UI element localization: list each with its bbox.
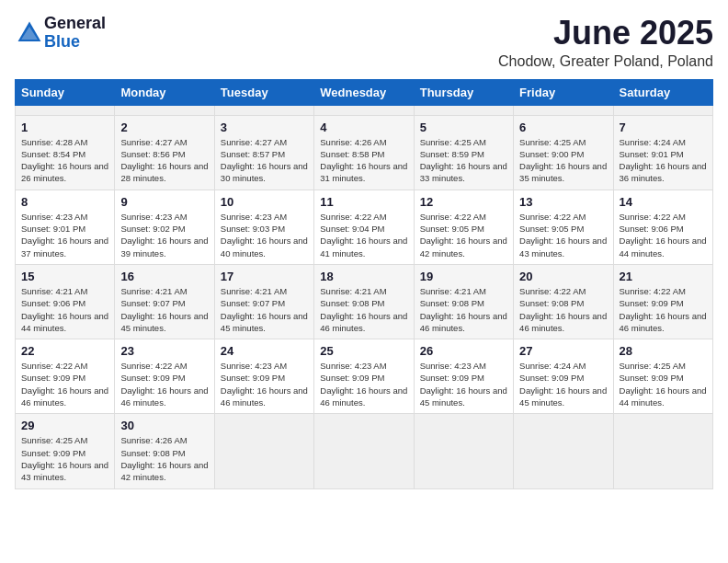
day-detail: Sunrise: 4:23 AMSunset: 9:03 PMDaylight:…: [221, 211, 308, 259]
calendar-day-cell: 30Sunrise: 4:26 AMSunset: 9:08 PMDayligh…: [115, 414, 214, 488]
calendar-day-cell: [214, 414, 313, 488]
calendar-header-row: SundayMondayTuesdayWednesdayThursdayFrid…: [16, 79, 713, 105]
day-detail: Sunrise: 4:22 AMSunset: 9:09 PMDaylight:…: [620, 285, 707, 334]
calendar-day-cell: [414, 414, 513, 488]
calendar-day-cell: 27Sunrise: 4:24 AMSunset: 9:09 PMDayligh…: [514, 339, 613, 414]
day-number: 12: [420, 195, 507, 209]
day-number: 21: [620, 270, 707, 283]
weekday-header: Sunday: [16, 79, 115, 105]
day-number: 19: [420, 270, 507, 283]
calendar-day-cell: [16, 105, 115, 115]
weekday-header: Monday: [115, 79, 214, 105]
day-detail: Sunrise: 4:25 AMSunset: 9:09 PMDaylight:…: [21, 434, 108, 483]
day-number: 3: [221, 121, 308, 134]
logo-general-text: General: [44, 14, 106, 32]
calendar-day-cell: 6Sunrise: 4:25 AMSunset: 9:00 PMDaylight…: [514, 115, 613, 190]
calendar-day-cell: 29Sunrise: 4:25 AMSunset: 9:09 PMDayligh…: [16, 414, 115, 488]
logo-icon: [15, 18, 44, 48]
calendar-day-cell: [115, 105, 214, 115]
day-number: 5: [420, 121, 507, 134]
calendar-day-cell: [613, 414, 712, 488]
month-title: June 2025: [498, 15, 713, 52]
calendar-week-row: [16, 105, 713, 115]
calendar-day-cell: 1Sunrise: 4:28 AMSunset: 8:54 PMDaylight…: [16, 115, 115, 190]
calendar-day-cell: 15Sunrise: 4:21 AMSunset: 9:06 PMDayligh…: [16, 264, 115, 339]
day-number: 20: [519, 270, 607, 283]
page-header: General Blue June 2025 Chodow, Greater P…: [15, 15, 713, 70]
day-detail: Sunrise: 4:27 AMSunset: 8:57 PMDaylight:…: [221, 136, 308, 185]
day-detail: Sunrise: 4:21 AMSunset: 9:07 PMDaylight:…: [120, 285, 208, 334]
weekday-header: Saturday: [613, 79, 712, 105]
day-detail: Sunrise: 4:22 AMSunset: 9:09 PMDaylight:…: [21, 360, 108, 408]
day-detail: Sunrise: 4:21 AMSunset: 9:06 PMDaylight:…: [21, 285, 108, 334]
day-number: 4: [320, 121, 407, 134]
day-detail: Sunrise: 4:25 AMSunset: 8:59 PMDaylight:…: [420, 136, 507, 185]
calendar-day-cell: [414, 105, 513, 115]
calendar-day-cell: 21Sunrise: 4:22 AMSunset: 9:09 PMDayligh…: [613, 264, 712, 339]
day-number: 18: [320, 270, 407, 283]
calendar-day-cell: 18Sunrise: 4:21 AMSunset: 9:08 PMDayligh…: [314, 264, 414, 339]
calendar-day-cell: 11Sunrise: 4:22 AMSunset: 9:04 PMDayligh…: [314, 190, 414, 264]
day-detail: Sunrise: 4:22 AMSunset: 9:05 PMDaylight:…: [420, 211, 507, 259]
weekday-header: Tuesday: [214, 79, 313, 105]
day-number: 7: [620, 121, 707, 134]
day-detail: Sunrise: 4:26 AMSunset: 8:58 PMDaylight:…: [320, 136, 407, 185]
day-detail: Sunrise: 4:21 AMSunset: 9:08 PMDaylight:…: [320, 285, 407, 334]
calendar-day-cell: 22Sunrise: 4:22 AMSunset: 9:09 PMDayligh…: [16, 339, 115, 414]
title-area: June 2025 Chodow, Greater Poland, Poland: [498, 15, 713, 70]
day-detail: Sunrise: 4:23 AMSunset: 9:09 PMDaylight:…: [221, 360, 308, 408]
day-number: 16: [120, 270, 208, 283]
logo: General Blue: [15, 15, 106, 52]
calendar-day-cell: 9Sunrise: 4:23 AMSunset: 9:02 PMDaylight…: [115, 190, 214, 264]
calendar-day-cell: 4Sunrise: 4:26 AMSunset: 8:58 PMDaylight…: [314, 115, 414, 190]
weekday-header: Thursday: [414, 79, 513, 105]
calendar-day-cell: 26Sunrise: 4:23 AMSunset: 9:09 PMDayligh…: [414, 339, 513, 414]
day-number: 9: [120, 195, 208, 209]
day-detail: Sunrise: 4:24 AMSunset: 9:09 PMDaylight:…: [519, 360, 607, 408]
calendar-day-cell: [613, 105, 712, 115]
day-number: 2: [120, 121, 208, 134]
day-detail: Sunrise: 4:28 AMSunset: 8:54 PMDaylight:…: [21, 136, 108, 185]
calendar-week-row: 15Sunrise: 4:21 AMSunset: 9:06 PMDayligh…: [16, 264, 713, 339]
calendar-day-cell: [314, 105, 414, 115]
day-detail: Sunrise: 4:23 AMSunset: 9:09 PMDaylight:…: [420, 360, 507, 408]
calendar-day-cell: 17Sunrise: 4:21 AMSunset: 9:07 PMDayligh…: [214, 264, 313, 339]
calendar-day-cell: 5Sunrise: 4:25 AMSunset: 8:59 PMDaylight…: [414, 115, 513, 190]
day-number: 30: [120, 419, 208, 432]
day-detail: Sunrise: 4:24 AMSunset: 9:01 PMDaylight:…: [620, 136, 707, 185]
weekday-header: Friday: [514, 79, 613, 105]
day-number: 23: [120, 344, 208, 358]
calendar-day-cell: 12Sunrise: 4:22 AMSunset: 9:05 PMDayligh…: [414, 190, 513, 264]
day-number: 25: [320, 344, 407, 358]
day-detail: Sunrise: 4:25 AMSunset: 9:00 PMDaylight:…: [519, 136, 607, 185]
day-detail: Sunrise: 4:21 AMSunset: 9:07 PMDaylight:…: [221, 285, 308, 334]
day-detail: Sunrise: 4:22 AMSunset: 9:06 PMDaylight:…: [620, 211, 707, 259]
location-title: Chodow, Greater Poland, Poland: [498, 53, 713, 70]
calendar-day-cell: 8Sunrise: 4:23 AMSunset: 9:01 PMDaylight…: [16, 190, 115, 264]
day-number: 24: [221, 344, 308, 358]
calendar-day-cell: 3Sunrise: 4:27 AMSunset: 8:57 PMDaylight…: [214, 115, 313, 190]
calendar-week-row: 22Sunrise: 4:22 AMSunset: 9:09 PMDayligh…: [16, 339, 713, 414]
day-number: 11: [320, 195, 407, 209]
day-number: 8: [21, 195, 108, 209]
logo-blue-text: Blue: [44, 32, 80, 51]
day-detail: Sunrise: 4:22 AMSunset: 9:09 PMDaylight:…: [120, 360, 208, 408]
calendar-day-cell: 16Sunrise: 4:21 AMSunset: 9:07 PMDayligh…: [115, 264, 214, 339]
calendar-day-cell: [314, 414, 414, 488]
day-number: 17: [221, 270, 308, 283]
calendar-day-cell: [514, 105, 613, 115]
day-detail: Sunrise: 4:25 AMSunset: 9:09 PMDaylight:…: [620, 360, 707, 408]
weekday-header: Wednesday: [314, 79, 414, 105]
calendar-day-cell: 25Sunrise: 4:23 AMSunset: 9:09 PMDayligh…: [314, 339, 414, 414]
day-detail: Sunrise: 4:22 AMSunset: 9:08 PMDaylight:…: [519, 285, 607, 334]
day-detail: Sunrise: 4:23 AMSunset: 9:01 PMDaylight:…: [21, 211, 108, 259]
day-detail: Sunrise: 4:27 AMSunset: 8:56 PMDaylight:…: [120, 136, 208, 185]
day-number: 22: [21, 344, 108, 358]
day-number: 6: [519, 121, 607, 134]
calendar-week-row: 29Sunrise: 4:25 AMSunset: 9:09 PMDayligh…: [16, 414, 713, 488]
calendar-week-row: 8Sunrise: 4:23 AMSunset: 9:01 PMDaylight…: [16, 190, 713, 264]
day-number: 26: [420, 344, 507, 358]
calendar-day-cell: 10Sunrise: 4:23 AMSunset: 9:03 PMDayligh…: [214, 190, 313, 264]
day-number: 29: [21, 419, 108, 432]
calendar-day-cell: 7Sunrise: 4:24 AMSunset: 9:01 PMDaylight…: [613, 115, 712, 190]
